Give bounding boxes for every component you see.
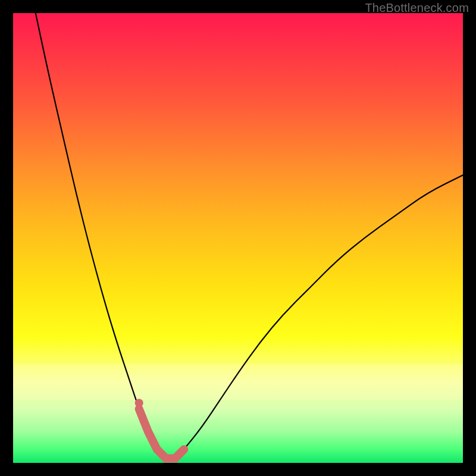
optimal-range-highlight <box>139 409 184 458</box>
bottleneck-plot <box>13 13 463 463</box>
optimal-point-marker <box>135 399 143 407</box>
watermark-text: TheBottleneck.com <box>365 1 469 15</box>
bottleneck-curve <box>36 13 463 458</box>
